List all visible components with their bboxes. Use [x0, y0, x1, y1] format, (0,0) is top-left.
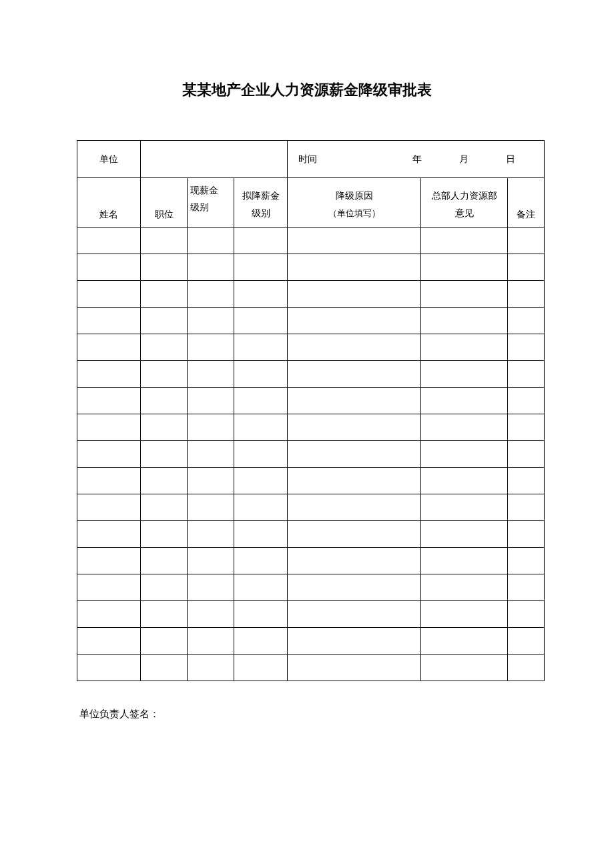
col-current-salary-l1: 现薪金 [190, 185, 218, 195]
table-row [77, 628, 545, 655]
col-name: 姓名 [77, 178, 141, 228]
col-proposed-salary-l2: 级别 [252, 208, 270, 218]
approval-table: 单位 时间 年 月 日 姓名 职位 [77, 140, 545, 681]
unit-label-cell: 单位 [77, 141, 141, 178]
col-position: 职位 [141, 178, 188, 228]
table-row [77, 308, 545, 334]
document-title: 某某地产企业人力资源薪金降级审批表 [77, 80, 537, 100]
table-row [77, 361, 545, 388]
col-reason-l2: （单位填写） [328, 208, 380, 218]
table-row [77, 655, 545, 681]
table-row [77, 254, 545, 281]
time-label: 时间 [288, 153, 328, 165]
table-row [77, 574, 545, 601]
table-row [77, 468, 545, 494]
signature-label: 单位负责人签名： [77, 708, 537, 721]
table-row [77, 281, 545, 308]
month-label: 月 [450, 153, 477, 165]
table-row [77, 548, 545, 574]
unit-value-cell [141, 141, 288, 178]
col-reason: 降级原因 （单位填写） [288, 178, 421, 228]
table-row [77, 601, 545, 628]
col-current-salary: 现薪金 级别 [188, 178, 234, 228]
col-remark: 备注 [508, 178, 545, 228]
table-row [77, 228, 545, 254]
day-label: 日 [497, 153, 524, 165]
date-cell: 时间 年 月 日 [288, 141, 545, 178]
page-container: 某某地产企业人力资源薪金降级审批表 单位 时间 年 [0, 0, 614, 721]
table-row [77, 388, 545, 414]
table-row [77, 494, 545, 521]
col-hr-l2: 意见 [455, 208, 474, 218]
table-row [77, 521, 545, 548]
table-row [77, 441, 545, 468]
col-hr-l1: 总部人力资源部 [432, 191, 497, 201]
table-row [77, 414, 545, 441]
header-row: 单位 时间 年 月 日 [77, 141, 545, 178]
table-row [77, 334, 545, 361]
column-header-row: 姓名 职位 现薪金 级别 拟降薪金 级别 降级原因 （单位填写） 总部人力资源部… [77, 178, 545, 228]
col-reason-l1: 降级原因 [336, 191, 373, 201]
col-proposed-salary-l1: 拟降薪金 [242, 191, 280, 201]
col-current-salary-l2: 级别 [190, 202, 209, 212]
col-proposed-salary: 拟降薪金 级别 [234, 178, 288, 228]
col-hr: 总部人力资源部 意见 [421, 178, 508, 228]
year-label: 年 [404, 153, 430, 165]
